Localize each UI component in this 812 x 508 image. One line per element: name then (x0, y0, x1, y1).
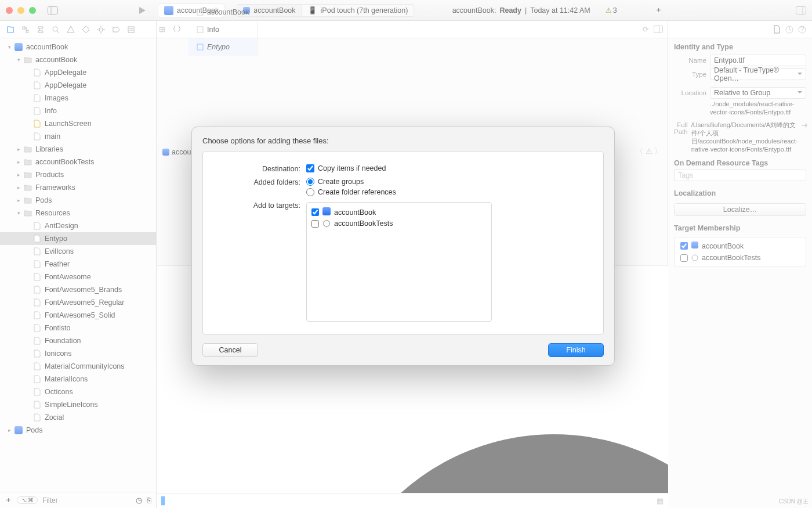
target-label: accountBook (334, 208, 376, 217)
create-folder-refs-radio[interactable]: Create folder references (306, 188, 592, 196)
target-row[interactable]: accountBookTests (311, 218, 487, 229)
add-to-targets-label: Add to targets: (215, 201, 306, 210)
destination-label: Destination: (215, 164, 306, 173)
target-icon (322, 219, 331, 228)
target-icon (322, 207, 331, 217)
target-label: accountBookTests (334, 219, 393, 228)
cancel-button[interactable]: Cancel (202, 343, 258, 357)
target-row[interactable]: accountBook (311, 206, 487, 218)
create-groups-radio[interactable]: Create groups (306, 178, 592, 186)
finish-button[interactable]: Finish (548, 343, 604, 357)
add-files-sheet: Choose options for adding these files: D… (191, 127, 615, 366)
added-folders-label: Added folders: (215, 178, 306, 186)
copy-items-checkbox[interactable]: Copy items if needed (306, 164, 592, 172)
watermark: CSDN @王 (779, 498, 809, 506)
sheet-title: Choose options for adding these files: (202, 136, 604, 145)
